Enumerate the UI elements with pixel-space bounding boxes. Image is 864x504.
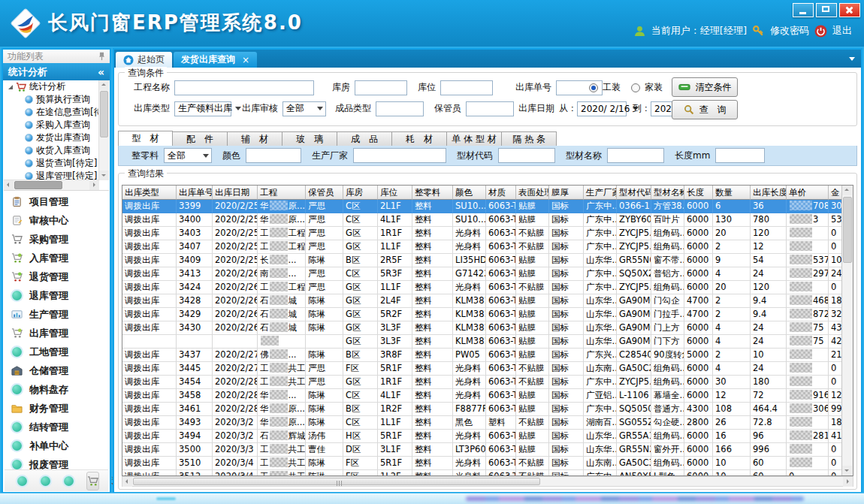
scrollbar-thumb[interactable]: [133, 478, 540, 485]
material-tab[interactable]: 辅 材: [228, 131, 282, 146]
maximize-button[interactable]: [816, 3, 837, 17]
sidebar-item-出库管理[interactable]: 出库管理: [5, 324, 108, 343]
table-row[interactable]: 调拨出库34132020/2/26南...严思C区5R3F整料G71422606…: [122, 267, 842, 281]
scroll-up-icon[interactable]: [99, 80, 109, 90]
column-header[interactable]: 单价: [787, 186, 829, 200]
column-header[interactable]: 表面处理: [516, 186, 549, 200]
collapse-icon[interactable]: «: [98, 66, 104, 78]
column-header[interactable]: 出库单号: [177, 186, 213, 200]
sidebar-item-补单中心[interactable]: 补单中心: [5, 436, 108, 455]
circle-icon[interactable]: [17, 476, 27, 486]
column-header[interactable]: 整零料: [412, 186, 453, 200]
table-row[interactable]: 调拨出库34242020/2/26工工程严思G区1L1F整料光身料6063-T5…: [122, 281, 842, 294]
sidebar-item-退货管理[interactable]: 退货管理: [5, 267, 108, 286]
filter-input[interactable]: [353, 148, 446, 163]
table-horizontal-scrollbar[interactable]: [122, 476, 853, 487]
sidebar-item-工地管理[interactable]: 工地管理: [5, 343, 108, 361]
outbound-type-select[interactable]: 生产领料出库: [174, 101, 231, 116]
column-header[interactable]: 金: [829, 186, 842, 200]
material-tab[interactable]: 玻 璃: [282, 131, 337, 146]
clear-conditions-button[interactable]: 清空条件: [672, 77, 738, 97]
sidebar-item-采购管理[interactable]: 采购管理: [5, 230, 108, 249]
material-tab[interactable]: 配 件: [173, 131, 228, 146]
sidebar-item-仓储管理[interactable]: 仓储管理: [5, 361, 108, 380]
tree-item[interactable]: 在途信息查询[待: [4, 106, 99, 119]
column-header[interactable]: 出库日期: [213, 186, 258, 200]
column-header[interactable]: 数量: [713, 186, 751, 200]
minimize-button[interactable]: [793, 3, 814, 17]
column-header[interactable]: 型材名称: [651, 186, 684, 200]
warehouse-input[interactable]: [355, 80, 407, 95]
table-row[interactable]: 调拨出库34452020/2/27工共工程严思F区5R1F整料光身料6063-T…: [122, 362, 842, 376]
table-row[interactable]: 调拨出库35002020/3/3工共工程曹佳D区3L1F整料LT3P606063…: [122, 443, 842, 457]
logout-link[interactable]: 退出: [832, 24, 852, 38]
sidebar-item-审核中心[interactable]: 审核中心: [5, 211, 108, 230]
material-tab[interactable]: 隔 热 条: [502, 131, 557, 146]
column-header[interactable]: 材质: [486, 186, 516, 200]
scroll-left-icon[interactable]: [4, 180, 14, 190]
column-header[interactable]: 长度: [684, 186, 713, 200]
table-row[interactable]: 调拨出库34292020/2/26石城陈琳G区5R2F整料KLM38176063…: [122, 308, 842, 321]
table-row[interactable]: 调拨出库34072020/2/25工工程严思G区1L1F整料光身料6063-T5…: [122, 240, 842, 254]
pin-icon[interactable]: [98, 52, 105, 61]
scrollbar-thumb[interactable]: [14, 181, 62, 189]
sidebar-item-结转管理[interactable]: 结转管理: [5, 418, 108, 436]
column-header[interactable]: 库房: [343, 186, 378, 200]
table-row[interactable]: 调拨出库34302020/2/26石城陈琳G区3L3F整料KLM38176063…: [122, 321, 842, 335]
column-header[interactable]: 颜色: [453, 186, 486, 200]
tree-item[interactable]: 发货出库查询: [4, 131, 99, 144]
tab-list-dropdown-icon[interactable]: [849, 57, 855, 61]
tab-home[interactable]: 起始页: [116, 52, 172, 68]
search-button[interactable]: 查 询: [672, 100, 738, 119]
sidebar-item-物料盘存[interactable]: 物料盘存: [5, 380, 108, 399]
material-tab[interactable]: 成 品: [337, 131, 392, 146]
column-header[interactable]: 出库类型: [122, 186, 177, 200]
scroll-down-icon[interactable]: [842, 466, 852, 475]
column-header[interactable]: 型材代码: [617, 186, 651, 200]
scrollbar-thumb[interactable]: [100, 91, 108, 137]
tree-item[interactable]: 收货入库查询: [4, 144, 99, 157]
table-row[interactable]: 调拨出库34002020/2/25华原...严思C区4L1F整料SU10...6…: [122, 213, 842, 227]
column-header[interactable]: 生产厂家: [584, 186, 617, 200]
date-from-select[interactable]: 2020/ 2/16: [577, 101, 627, 116]
filter-input[interactable]: [607, 148, 664, 163]
table-row[interactable]: 调拨出库34372020/2/27佛...陈琳B区3R8F整料PW056063-…: [122, 349, 842, 362]
tree-item[interactable]: 预算执行查询: [4, 93, 99, 106]
table-row[interactable]: 调拨出库34092020/2/25长...陈琳B区2R5F整料LI35HD606…: [122, 254, 842, 267]
table-row[interactable]: 调拨出库34282020/2/26石城陈琳G区2L4F整料KLM38176063…: [122, 294, 842, 308]
table-vertical-scrollbar[interactable]: [841, 186, 853, 475]
scroll-up-icon[interactable]: [842, 186, 852, 195]
circle-icon[interactable]: [41, 476, 50, 486]
material-tab[interactable]: 型 材: [118, 131, 173, 146]
material-tab[interactable]: 单 体 型 材: [447, 131, 502, 146]
filter-input[interactable]: [498, 148, 555, 163]
tree-root-item[interactable]: 统计分析: [4, 80, 99, 93]
table-row[interactable]: 调拨出库33992020/2/25华原...严思C区2L1F整料SU10...6…: [122, 200, 842, 213]
table-row[interactable]: G区3L3F整料KLM38176063-T5贴膜国标山东华...GA90M09.…: [122, 335, 842, 349]
table-row[interactable]: 调拨出库34932020/3/2华原...陈琳C区1L1F整料黑色塑料不贴膜国标…: [122, 416, 842, 430]
keeper-input[interactable]: [466, 101, 514, 116]
table-row[interactable]: 调拨出库34582020/2/28华...陈琳C区4L1F整料光身料6063-T…: [122, 389, 842, 403]
table-row[interactable]: 调拨出库34612020/2/28华原...陈琳B区1R2F整料F8877FT6…: [122, 403, 842, 416]
sidebar-item-财务管理[interactable]: 财务管理: [5, 399, 108, 418]
scroll-left-icon[interactable]: [122, 477, 132, 487]
table-row[interactable]: 调拨出库34032020/2/25工工程严思G区1R1F整料光身料6063-T5…: [122, 227, 842, 240]
table-row[interactable]: 调拨出库35122020/3/4工共工程陈琳F区1L2F整料光身料6063-T5…: [122, 470, 842, 475]
tree-item[interactable]: 退库管理[待定]: [4, 170, 99, 180]
sidebar-item-退库管理[interactable]: 退库管理: [5, 286, 108, 305]
project-name-input[interactable]: [174, 80, 314, 95]
sidebar-item-生产管理[interactable]: 生产管理: [5, 305, 108, 324]
filter-input[interactable]: [715, 148, 765, 163]
sidebar-item-入库管理[interactable]: 入库管理: [5, 249, 108, 267]
filter-select[interactable]: 全部: [164, 148, 212, 163]
product-type-input[interactable]: [376, 101, 424, 116]
column-header[interactable]: 工程: [258, 186, 306, 200]
column-header[interactable]: 膜厚: [549, 186, 584, 200]
table-row[interactable]: 调拨出库34942020/3/2石辉城汤伟H区5R1F整料光身料6063-T5贴…: [122, 430, 842, 443]
tree-horizontal-scrollbar[interactable]: [4, 180, 99, 190]
tree-item[interactable]: 退货查询[待定]: [4, 157, 99, 170]
location-input[interactable]: [440, 80, 493, 95]
radio-industrial[interactable]: [589, 83, 598, 92]
radio-home[interactable]: [631, 83, 640, 92]
audit-select[interactable]: 全部: [282, 101, 326, 116]
